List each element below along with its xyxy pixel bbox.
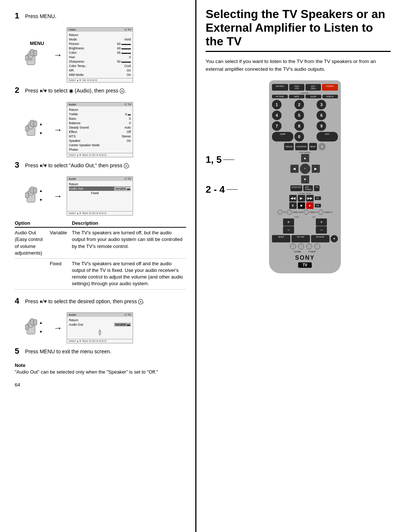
sat-cable-button[interactable]: SAT/CBLE <box>306 84 321 91</box>
dot-circle[interactable] <box>314 244 320 249</box>
option-sub-variable: Variable <box>50 227 72 258</box>
step-1-image: MENU → VideoC TV Return Mode:Vivid Pictu… <box>25 27 186 83</box>
video123-circle[interactable] <box>287 210 292 215</box>
record-row: ⏸ ■ ● F2 <box>272 202 338 209</box>
hand-icon-4: ▲ ▼ <box>25 316 49 339</box>
video4-label: VIDEO 4 <box>310 211 318 213</box>
screen-1: VideoC TV Return Mode:Vivid Picture:60 ▬… <box>67 27 133 83</box>
svg-rect-9 <box>34 121 37 127</box>
tv-circle[interactable] <box>277 210 283 215</box>
bottom-dot-button[interactable]: ● <box>331 235 338 242</box>
mode-label: —MODE— <box>272 92 338 94</box>
pic-off-button[interactable]: PIC OFF <box>291 235 310 242</box>
svg-text:▼: ▼ <box>39 198 43 202</box>
screen-2: AudioC TV Return Treble:0 ▬ Bass:0 Balan… <box>67 102 133 157</box>
dpad-center[interactable]: + <box>300 164 310 174</box>
dvd-vcr-src-button[interactable]: DVD/VCR <box>290 185 303 191</box>
f1-button[interactable]: F1 <box>315 196 321 200</box>
step-5: 5 Press MENU to exit the menu screen. <box>15 346 186 356</box>
stop-button[interactable]: ■ <box>298 202 305 209</box>
transport-row: ◀◀ ▶ ▶▶ F1 <box>272 195 338 202</box>
note-text: "Audio Out" can be selected only when th… <box>15 369 186 375</box>
mts-circle[interactable] <box>306 244 312 249</box>
remote-control: MUTING DVD/VCR SAT/CBLE POWER —MODE— PIC… <box>269 80 341 273</box>
step-2-text: Press ♦/♥ to select ◉ (Audio), then pres… <box>25 85 126 95</box>
step-3-image: ▲ ▼ → AudioC TV Return Audio Out:Variabl… <box>25 176 186 216</box>
btn-5[interactable]: 5 <box>294 111 304 120</box>
freeze-button[interactable]: FREEZE <box>284 143 294 150</box>
note-section: Note "Audio Out" can be selected only wh… <box>15 363 186 375</box>
sat-cable-src-button[interactable]: SAT/CABLE <box>303 185 313 191</box>
page-number: 64 <box>15 382 186 388</box>
wide-button[interactable]: WIDE <box>289 95 305 98</box>
svg-text:▼: ▼ <box>39 131 43 135</box>
ch-plus[interactable]: + <box>316 218 327 226</box>
tv-src-button[interactable]: TV <box>314 185 320 191</box>
rewind-button[interactable]: ◀◀ <box>289 195 297 202</box>
mode-row: PICTURE WIDE SLEEP DISPLAY <box>272 95 338 98</box>
svg-text:▲: ▲ <box>39 321 43 325</box>
picture-button[interactable]: PICTURE <box>272 95 288 98</box>
mts-sap-button[interactable]: MTS/SAP <box>311 235 329 242</box>
dot-button[interactable]: ● <box>318 143 326 150</box>
ch-minus[interactable]: − <box>316 226 327 234</box>
btn-3[interactable]: 3 <box>317 100 326 109</box>
ff-button[interactable]: ▶▶ <box>306 195 314 202</box>
dpad-up[interactable]: ▲ <box>301 154 309 162</box>
col-description: Description <box>72 219 186 227</box>
play-button[interactable]: ▶ <box>298 195 305 202</box>
muting-button[interactable]: MUTING <box>272 84 288 91</box>
video4-circle[interactable] <box>304 210 309 215</box>
dpad-left[interactable]: ◀ <box>290 165 298 173</box>
btn-7[interactable]: 7 <box>272 121 282 131</box>
vol-plus[interactable]: + <box>283 218 294 226</box>
btn-8[interactable]: 8 <box>294 121 304 131</box>
right-column: Selecting the TV Speakers or an External… <box>195 0 398 532</box>
bottom-circle-row <box>272 244 338 249</box>
vol-ch-controls: + − + − <box>272 218 338 234</box>
reset-circle[interactable] <box>290 244 296 249</box>
pause-button[interactable]: ⏸ <box>289 202 297 209</box>
svg-rect-4 <box>25 55 29 60</box>
video-row: TV VIDEO 1/2/3 VIDEO 4 VIDEO 5 <box>272 210 338 215</box>
vol-minus[interactable]: − <box>283 226 294 234</box>
jump-button[interactable]: JUMP <box>272 132 293 141</box>
annotation-1-5: 1, 5 <box>206 154 238 165</box>
ent-button[interactable]: ENT <box>317 132 338 141</box>
dvd-vcr-button[interactable]: DVD/VCR <box>289 84 305 91</box>
btn-1[interactable]: 1 <box>272 100 282 109</box>
hand-icon-1 <box>25 47 49 69</box>
left-column: 1 Press MENU. MENU → VideoC TV Return Mo… <box>0 0 195 532</box>
btn-6[interactable]: 6 <box>317 111 326 120</box>
rec-button[interactable]: ● <box>306 202 314 209</box>
f2-button[interactable]: F2 <box>315 204 321 207</box>
svg-text:▲: ▲ <box>39 189 43 193</box>
btn-0[interactable]: 0 <box>294 132 304 141</box>
btn-4[interactable]: 4 <box>272 111 282 120</box>
svg-point-5 <box>29 59 33 61</box>
option-table: Option Description Audio Out(Easy contro… <box>15 219 186 290</box>
sony-logo: SONY <box>272 255 338 261</box>
table-row-fixed: Fixed The TV's speakers are turned off a… <box>15 258 186 289</box>
svg-rect-24 <box>25 325 29 330</box>
sleep-button[interactable]: SLEEP <box>306 95 321 98</box>
display-button[interactable]: DISPLAY <box>322 95 338 98</box>
favorites-button[interactable]: FAVORITES <box>295 143 308 150</box>
btn-9[interactable]: 9 <box>317 121 326 131</box>
menu-button[interactable]: MENU <box>309 143 317 150</box>
step-2-number: 2 <box>15 85 23 95</box>
dpad-down[interactable]: ▼ <box>301 175 309 183</box>
pic-off-circle[interactable] <box>298 244 304 249</box>
note-title: Note <box>15 363 186 368</box>
video5-circle[interactable] <box>318 210 324 215</box>
step-5-number: 5 <box>15 346 23 356</box>
arrow-4: → <box>53 323 62 333</box>
arrow-3: → <box>53 191 62 201</box>
btn-2[interactable]: 2 <box>294 100 304 109</box>
dpad-right[interactable]: ▶ <box>312 165 320 173</box>
reset-button[interactable]: RESET <box>272 235 290 242</box>
step-2: 2 Press ♦/♥ to select ◉ (Audio), then pr… <box>15 85 186 95</box>
option-desc-fixed: The TV's speakers are turned off and the… <box>72 258 186 289</box>
option-name: Audio Out(Easy controlof volumeadjustmen… <box>15 227 50 258</box>
power-button[interactable]: POWER <box>322 84 338 91</box>
